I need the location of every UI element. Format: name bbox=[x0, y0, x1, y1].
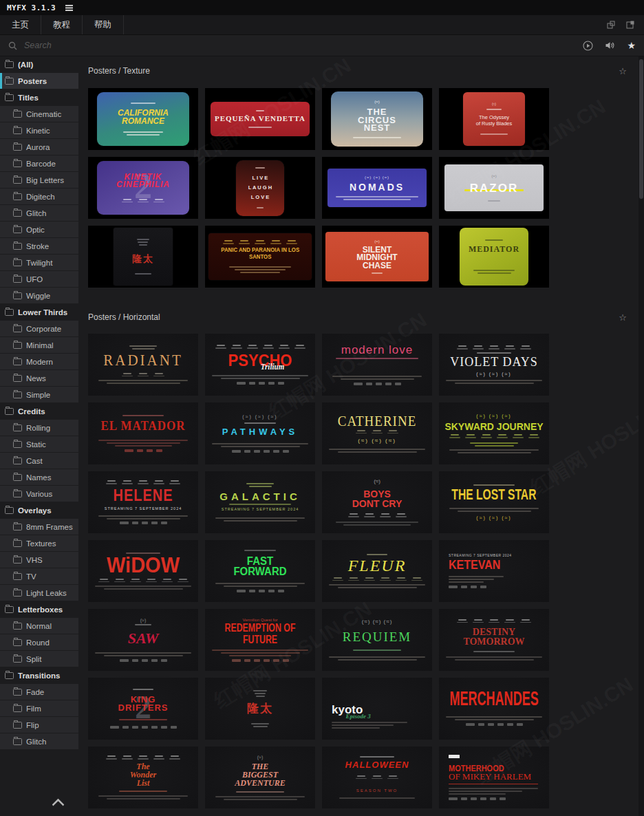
razor[interactable]: (≈)RAZOR bbox=[439, 157, 549, 219]
boys-dont-cry[interactable]: (≈)BOYS DONT CRY bbox=[322, 471, 432, 533]
requiem[interactable]: (≈) (≈) (≈)REQUIEM bbox=[322, 609, 432, 671]
the-lost-star[interactable]: THE LOST STAR(≈) (≈) (≈) bbox=[439, 471, 549, 533]
favorites-icon[interactable]: ★ bbox=[627, 41, 636, 50]
sidebar-item-glitch[interactable]: Glitch bbox=[0, 205, 78, 221]
mediator[interactable]: MEDIATOR bbox=[439, 226, 549, 288]
galactic[interactable]: GALACTICSTREAMING 7 SEPTEMBER 2024 bbox=[205, 471, 315, 533]
sidebar-item-vhs[interactable]: VHS bbox=[0, 552, 78, 568]
redemption-of-future[interactable]: Vermilion Quest forREDEMPTION OF FUTURE bbox=[205, 609, 315, 671]
sidebar-item-news[interactable]: News bbox=[0, 370, 78, 386]
sidebar-item-round[interactable]: Round bbox=[0, 634, 78, 650]
widow[interactable]: WiDOW bbox=[88, 540, 198, 602]
radiant[interactable]: RADIANT bbox=[88, 334, 198, 396]
sidebar-item-cinematic[interactable]: Cinematic bbox=[0, 106, 78, 122]
psycho-trilium[interactable]: PSYCHOTrilium bbox=[205, 334, 315, 396]
motherhood-of-mikey-harlem[interactable]: MOTHERHOODOF MIKEY HARLEM bbox=[439, 747, 549, 808]
sidebar-item-static[interactable]: Static bbox=[0, 436, 78, 452]
menu-tab-2[interactable]: 教程 bbox=[41, 15, 83, 34]
sidebar-item-titles[interactable]: Titles bbox=[0, 89, 78, 105]
sidebar-item-big-letters[interactable]: Big Letters bbox=[0, 172, 78, 188]
merchandes[interactable]: MERCHANDES bbox=[439, 678, 549, 740]
sidebar-item-credits[interactable]: Credits bbox=[0, 403, 78, 419]
sidebar-item-rolling[interactable]: Rolling bbox=[0, 420, 78, 436]
ketevan[interactable]: STREAMING 7 SEPTEMBER 2024KETEVAN bbox=[439, 540, 549, 602]
ryuta-portrait[interactable]: 隆太 bbox=[88, 226, 198, 288]
sidebar-item-lower-thirds[interactable]: Lower Thirds bbox=[0, 304, 78, 320]
scroll-to-top-button[interactable] bbox=[50, 795, 67, 809]
kinetik-cinephilia[interactable]: 2KINETIK CINEPHILIA bbox=[88, 157, 198, 219]
sidebar-item-letterboxes[interactable]: Letterboxes bbox=[0, 601, 78, 617]
sidebar-item-names[interactable]: Names bbox=[0, 469, 78, 485]
panic-and-paranoia[interactable]: PANIC AND PARANOIA IN LOS SANTOS bbox=[205, 226, 315, 288]
credit-bars bbox=[248, 127, 272, 128]
sidebar-item-minimal[interactable]: Minimal bbox=[0, 337, 78, 353]
scrollbar-thumb[interactable] bbox=[639, 59, 643, 199]
nomads[interactable]: (≈) (≈) (≈)NOMADS bbox=[322, 157, 432, 219]
sidebar-item-8mm-frames[interactable]: 8mm Frames bbox=[0, 519, 78, 535]
the-circus-nest[interactable]: (≈)THE CIRCUS NEST bbox=[322, 88, 432, 150]
sidebar-item-stroke[interactable]: Stroke bbox=[0, 238, 78, 254]
fast-forward[interactable]: FAST FORWARD bbox=[205, 540, 315, 602]
play-tutorial-icon[interactable] bbox=[583, 41, 593, 51]
the-biggest-adventure[interactable]: (≈)THE BIGGEST ADVENTURE bbox=[205, 747, 315, 808]
sidebar-item-twilight[interactable]: Twilight bbox=[0, 255, 78, 270]
skyward-journey[interactable]: (≈) (≈) (≈)SKYWARD JOURNEY bbox=[439, 402, 549, 464]
section-favorite-icon[interactable]: ☆ bbox=[619, 313, 629, 322]
sidebar-item-glitch[interactable]: Glitch bbox=[0, 733, 78, 749]
section-favorite-icon[interactable]: ☆ bbox=[619, 67, 629, 76]
sidebar-item--all-[interactable]: (All) bbox=[0, 56, 78, 72]
halloween[interactable]: HALLOWEENSEASON TWO bbox=[322, 747, 432, 808]
sidebar-item-overlays[interactable]: Overlays bbox=[0, 502, 78, 518]
sidebar-item-wiggle[interactable]: Wiggle bbox=[0, 288, 78, 303]
sidebar-item-transitions[interactable]: Transitions bbox=[0, 667, 78, 683]
sidebar-item-normal[interactable]: Normal bbox=[0, 618, 78, 634]
sidebar-item-modern[interactable]: Modern bbox=[0, 354, 78, 369]
destiny-tomorrow[interactable]: DESTINY TOMORROW bbox=[439, 609, 549, 671]
sidebar-item-flip[interactable]: Flip bbox=[0, 717, 78, 733]
live-laugh-love[interactable]: L I V E L A U G H L O V E bbox=[205, 157, 315, 219]
king-drifters-2[interactable]: 2KING DRIFTERS bbox=[88, 678, 198, 740]
sidebar-item-simple[interactable]: Simple bbox=[0, 387, 78, 402]
sidebar-item-corporate[interactable]: Corporate bbox=[0, 321, 78, 336]
sidebar-item-tv[interactable]: TV bbox=[0, 568, 78, 584]
sidebar-item-ufo[interactable]: UFO bbox=[0, 271, 78, 287]
sidebar-item-film[interactable]: Film bbox=[0, 700, 78, 716]
menu-tab-3[interactable]: 帮助 bbox=[83, 15, 124, 34]
cast-bar bbox=[286, 243, 297, 244]
sidebar-item-light-leaks[interactable]: Light Leaks bbox=[0, 585, 78, 601]
violet-days[interactable]: VIOLET DAYS(≈) (≈) (≈) bbox=[439, 334, 549, 396]
sidebar-item-split[interactable]: Split bbox=[0, 651, 78, 667]
catherine[interactable]: CATHERINE(≈) (≈) (≈) bbox=[322, 402, 432, 464]
ryuta[interactable]: 隆太 bbox=[205, 678, 315, 740]
pathways[interactable]: (≈) (≈) (≈)PATHWAYS bbox=[205, 402, 315, 464]
cast-name bbox=[473, 345, 484, 350]
modern-love[interactable]: modern love bbox=[322, 334, 432, 396]
sound-icon[interactable] bbox=[605, 41, 615, 50]
search-input[interactable] bbox=[23, 40, 246, 51]
new-panel-icon[interactable] bbox=[626, 21, 634, 29]
sidebar-item-cast[interactable]: Cast bbox=[0, 453, 78, 469]
sidebar-item-textures[interactable]: Textures bbox=[0, 535, 78, 551]
odyssey-of-rusty-blades[interactable]: (≈)The Odyssey of Rusty Blades bbox=[439, 88, 549, 150]
helene[interactable]: HELENESTREAMING 7 SEPTEMBER 2024 bbox=[88, 471, 198, 533]
menu-tab-1[interactable]: 主页 bbox=[0, 15, 41, 34]
credit-bar bbox=[353, 137, 401, 138]
sidebar-item-kinetic[interactable]: Kinetic bbox=[0, 122, 78, 138]
california-romance[interactable]: CALIFORNIA ROMANCE bbox=[88, 88, 198, 150]
sidebar-item-fade[interactable]: Fade bbox=[0, 684, 78, 700]
silent-midnight-chase[interactable]: (≈)SILENT MIDNIGHT CHASE bbox=[322, 226, 432, 288]
fleur[interactable]: FLEUR bbox=[322, 540, 432, 602]
sidebar-item-barcode[interactable]: Barcode bbox=[0, 155, 78, 171]
the-wonder-list[interactable]: The Wonder List bbox=[88, 747, 198, 808]
kyoto[interactable]: kyotoEpisode 3 bbox=[322, 678, 432, 740]
sidebar-item-various[interactable]: Various bbox=[0, 486, 78, 502]
el-matador[interactable]: EL MATADOR bbox=[88, 402, 198, 464]
sidebar-item-posters[interactable]: Posters bbox=[0, 73, 78, 89]
hamburger-menu-icon[interactable] bbox=[65, 4, 73, 11]
float-panel-icon[interactable] bbox=[607, 21, 615, 29]
sidebar-item-digitech[interactable]: Digitech bbox=[0, 189, 78, 204]
pequena-vendetta[interactable]: PEQUEÑA VENDETTA bbox=[205, 88, 315, 150]
sidebar-item-aurora[interactable]: Aurora bbox=[0, 139, 78, 155]
saw[interactable]: (≈)SAW bbox=[88, 609, 198, 671]
sidebar-item-optic[interactable]: Optic bbox=[0, 222, 78, 237]
